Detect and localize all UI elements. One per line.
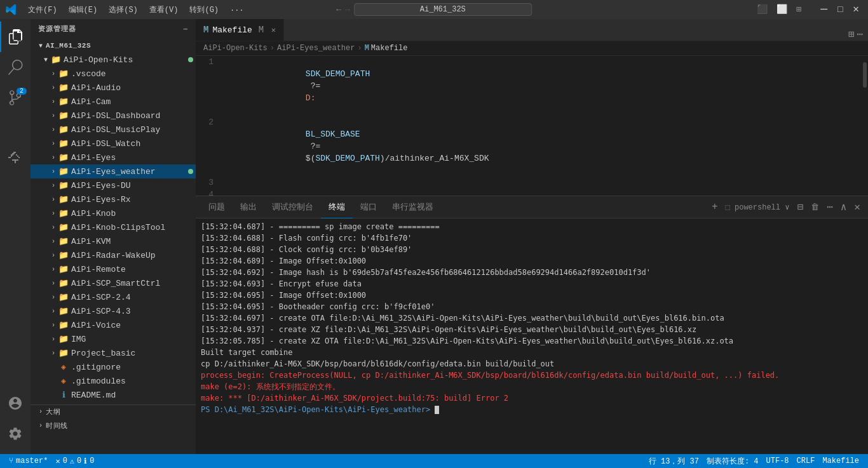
tree-item-aipi-cam[interactable]: › 📁 AiPi-Cam [31, 95, 196, 109]
breadcrumb-item-1[interactable]: AiPi-Open-Kits [203, 44, 268, 53]
label: AiPi-Eyes-DU [71, 181, 196, 191]
status-position[interactable]: 行 13，列 37 [645, 454, 703, 468]
editor-scrollbar[interactable] [862, 56, 868, 196]
label: AiPi-Knob [71, 209, 196, 218]
tree-item-aipi-voice[interactable]: › 📁 AiPi-Voice [31, 318, 196, 332]
line-num-2: 2 [196, 116, 221, 177]
tree-item-aipi-dsl-watch[interactable]: › 📁 AiPi-DSL_Watch [31, 137, 196, 150]
more-icon[interactable]: ⋯ [857, 28, 863, 41]
tree-item-aipi-eyes-rx[interactable]: › 📁 AiPi-Eyes-Rx [31, 192, 196, 206]
maximize-button[interactable]: □ [834, 0, 846, 19]
label: AiPi-KVM [71, 237, 196, 246]
tree-item-readme[interactable]: › ℹ README.md [31, 388, 196, 402]
tree-item-aipi-dsl-dashboard[interactable]: › 📁 AiPi-DSL_Dashboard [31, 109, 196, 123]
activity-search[interactable] [0, 52, 31, 83]
tree-item-aipi-radar[interactable]: › 📁 AiPi-Radar-WakeUp [31, 248, 196, 262]
tree-item-aipi-eyes-du[interactable]: › 📁 AiPi-Eyes-DU [31, 178, 196, 192]
layout-icon-3[interactable]: ⊞ [792, 0, 805, 19]
tree-item-aipi-open-kits[interactable]: ▼ 📁 AiPi-Open-Kits [31, 53, 196, 67]
panel-tab-serial[interactable]: 串行监视器 [384, 196, 441, 218]
timeline-label: 时间线 [46, 421, 68, 431]
tree-item-aipi-scp-43[interactable]: › 📁 AiPi-SCP-4.3 [31, 304, 196, 318]
status-language[interactable]: Makefile [818, 454, 863, 468]
minimize-button[interactable]: ─ [817, 0, 831, 19]
menu-bar[interactable]: 文件(F) 编辑(E) 选择(S) 查看(V) 转到(G) ... [23, 3, 249, 17]
tree-item-aipi-audio[interactable]: › 📁 AiPi-Audio [31, 81, 196, 95]
terminal-content[interactable]: [15:32:04.687] - ========= sp image crea… [196, 218, 868, 424]
tree-item-vscode[interactable]: › 📁 .vscode [31, 67, 196, 81]
status-spaces[interactable]: 制表符长度: 4 [703, 454, 763, 468]
terminal-line-13: cp D:/aithinker_Ai-M6X_SDK/bsp/board/bl6… [201, 358, 863, 370]
tab-close-x[interactable]: ✕ [271, 25, 276, 35]
menu-view[interactable]: 查看(V) [144, 3, 184, 17]
tree-item-aipi-dsl-musicplay[interactable]: › 📁 AiPi-DSL_MusicPlay [31, 123, 196, 137]
tree-root-folder[interactable]: ▼ AI_M61_32S [31, 39, 196, 53]
nav-back[interactable]: ← [336, 5, 341, 15]
code-content[interactable]: 1 SDK_DEMO_PATH ?= D: 2 BL_SDK_BASE [196, 56, 862, 196]
terminal-line-1: [15:32:04.687] - ========= sp image crea… [201, 221, 863, 232]
close-button[interactable]: ✕ [849, 0, 863, 19]
tree-item-aipi-scp-smartctrl[interactable]: › 📁 AiPi-SCP_SmartCtrl [31, 276, 196, 290]
menu-goto[interactable]: 转到(G) [184, 3, 224, 17]
activity-settings[interactable] [0, 418, 31, 449]
panel-tab-terminal[interactable]: 终端 [321, 196, 353, 218]
file-icon: ◈ [58, 362, 69, 372]
tree-item-project-basic[interactable]: › 📁 Project_basic [31, 346, 196, 360]
split-terminal-icon[interactable]: ⊟ [794, 199, 806, 215]
sidebar-content: ▼ AI_M61_32S ▼ 📁 AiPi-Open-Kits › 📁 .vsc… [31, 39, 196, 454]
status-branch[interactable]: ⑂ master* [5, 454, 51, 468]
panel-tab-ports[interactable]: 端口 [353, 196, 384, 218]
tree-item-aipi-remote[interactable]: › 📁 AiPi-Remote [31, 262, 196, 276]
search-box[interactable]: Ai_M61_32S [354, 3, 532, 16]
new-file-icon[interactable]: ⋯ [183, 25, 188, 33]
panel-close-icon[interactable]: ✕ [851, 199, 863, 215]
folder-icon: 📁 [58, 69, 69, 79]
menu-more[interactable]: ... [225, 3, 249, 17]
menu-edit[interactable]: 编辑(E) [64, 3, 103, 17]
split-editor-icon[interactable]: ⊞ [848, 28, 855, 41]
status-encoding[interactable]: UTF-8 [763, 454, 793, 468]
terminal-cursor [435, 406, 439, 414]
activity-explorer[interactable] [0, 22, 31, 52]
layout-icon-1[interactable]: ⬛ [753, 0, 771, 19]
status-errors[interactable]: ✕ 0 ⚠ 0 ℹ 0 [51, 454, 98, 468]
breadcrumb-item-file[interactable]: MMakefile [365, 44, 408, 53]
kill-terminal-icon[interactable]: 🗑 [808, 201, 822, 213]
tree-item-aipi-knob-clipstool[interactable]: › 📁 AiPi-Knob-ClipsTool [31, 220, 196, 234]
code-lines: 1 SDK_DEMO_PATH ?= D: 2 BL_SDK_BASE [196, 56, 862, 196]
activity-run[interactable] [0, 113, 31, 144]
activity-account[interactable] [0, 388, 31, 418]
breadcrumb-item-2[interactable]: AiPi-Eyes_weather [277, 44, 355, 53]
outline-section[interactable]: › 大纲 [31, 404, 196, 418]
tree-item-aipi-kvm[interactable]: › 📁 AiPi-KVM [31, 234, 196, 248]
add-terminal-icon[interactable]: + [709, 200, 721, 214]
tree-item-aipi-eyes-weather[interactable]: › 📁 AiPi-Eyes_weather [31, 164, 196, 178]
panel-up-icon[interactable]: ∧ [838, 199, 850, 215]
tree-item-aipi-eyes[interactable]: › 📁 AiPi-Eyes [31, 150, 196, 164]
menu-file[interactable]: 文件(F) [23, 3, 62, 17]
tree-item-aipi-scp-24[interactable]: › 📁 AiPi-SCP-2.4 [31, 290, 196, 304]
layout-icon-2[interactable]: ⬜ [773, 0, 791, 19]
more-terminal-icon[interactable]: ⋯ [824, 199, 836, 215]
source-control-badge: 2 [17, 88, 27, 95]
panel-tab-output[interactable]: 输出 [233, 196, 264, 218]
status-line-ending[interactable]: CRLF [793, 454, 819, 468]
activity-extensions[interactable] [0, 144, 31, 174]
timeline-section[interactable]: › 时间线 [31, 418, 196, 432]
label: AiPi-DSL_MusicPlay [71, 125, 196, 135]
label: AiPi-DSL_Dashboard [71, 111, 196, 121]
panel-tab-debug[interactable]: 调试控制台 [264, 196, 321, 218]
terminal-line-11: [15:32:05.785] - create XZ OTA file:D:\A… [201, 335, 863, 347]
terminal-type-icon[interactable]: ⬚ powershell ∨ [723, 201, 792, 213]
tree-item-img[interactable]: › 📁 IMG [31, 332, 196, 346]
terminal-line-2: [15:32:04.688] - Flash config crc: b'4fb… [201, 232, 863, 244]
tab-makefile[interactable]: M Makefile M ✕ [196, 19, 284, 41]
tree-item-gitignore[interactable]: › ◈ .gitignore [31, 360, 196, 374]
tab-close-button[interactable]: M [256, 25, 266, 35]
menu-select[interactable]: 选择(S) [104, 3, 143, 17]
tree-item-aipi-knob[interactable]: › 📁 AiPi-Knob [31, 206, 196, 220]
tree-item-gitmodules[interactable]: › ◈ .gitmodules [31, 374, 196, 388]
activity-source-control[interactable]: 2 [0, 83, 31, 113]
panel-tab-problems[interactable]: 问题 [201, 196, 233, 218]
nav-forward[interactable]: → [345, 5, 350, 15]
